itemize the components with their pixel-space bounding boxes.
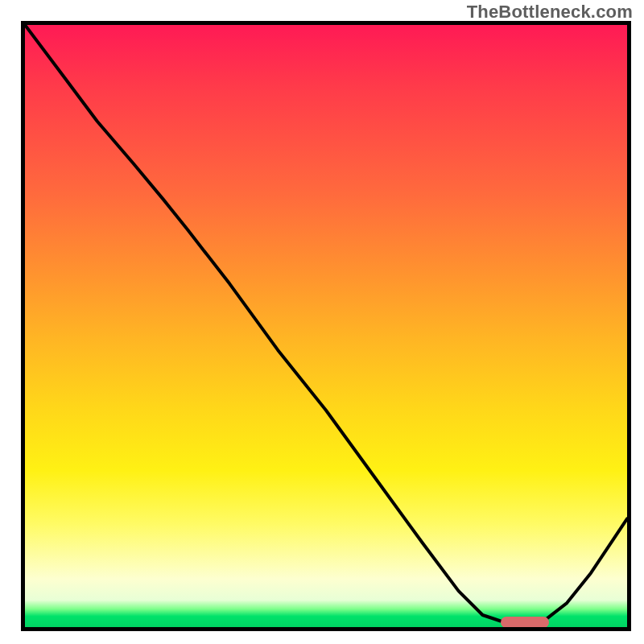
chart-container: TheBottleneck.com (0, 0, 644, 644)
optimal-range-marker (501, 617, 549, 628)
watermark-text: TheBottleneck.com (467, 2, 633, 23)
plot-area (21, 21, 631, 631)
bottleneck-curve (25, 25, 627, 627)
